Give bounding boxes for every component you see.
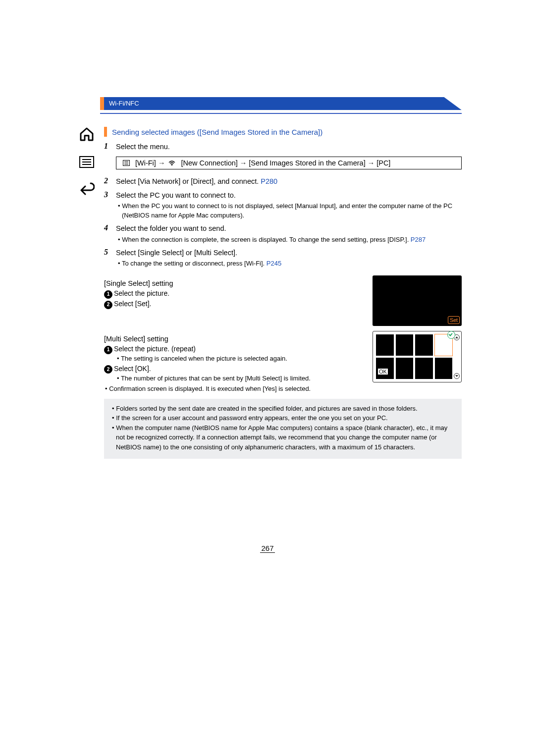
confirmation-note: • Confirmation screen is displayed. It i…	[104, 384, 363, 394]
single-select-heading: [Single Select] setting	[104, 279, 363, 287]
step-text: Select the menu.	[116, 142, 462, 153]
note-item: • If the screen for a user account and p…	[111, 413, 455, 423]
menu-path: [Wi-Fi] → [New Connection] → [Send Image…	[116, 157, 462, 169]
step-number: 1	[104, 142, 116, 151]
single-select-list: 1 Select the picture. 2 Select [Set].	[104, 288, 363, 309]
step-number: 3	[104, 190, 116, 199]
ok-button-label: OK	[378, 369, 388, 375]
multi-select-heading: [Multi Select] setting	[104, 335, 363, 343]
section-title-row: Sending selected images ([Send Images St…	[104, 127, 462, 137]
circled-number-icon: 2	[104, 301, 112, 309]
notes-box: • Folders sorted by the sent date are cr…	[104, 399, 462, 459]
circled-number-icon: 2	[104, 365, 112, 374]
page-number: 267	[0, 544, 535, 553]
page-link[interactable]: P287	[411, 236, 426, 243]
step-number: 4	[104, 223, 116, 232]
thumbnail	[415, 334, 433, 356]
thumbnail	[396, 334, 414, 356]
multi-select-list: 1 Select the picture. (repeat) • The set…	[104, 344, 363, 383]
circled-number-icon: 1	[104, 346, 112, 354]
section-title: Sending selected images ([Send Images St…	[112, 128, 322, 136]
scroll-down-icon	[454, 373, 460, 379]
accent-bar	[104, 127, 107, 137]
step-sub: • When the PC you want to connect to is …	[116, 202, 462, 220]
step-text: Select the folder you want to send.	[116, 223, 462, 234]
note-item: • When the computer name (NetBIOS name f…	[111, 423, 455, 452]
thumbnail	[435, 358, 453, 379]
section-header: Wi-Fi/NFC	[104, 97, 462, 110]
breadcrumb: Wi-Fi/NFC	[104, 97, 462, 110]
sidebar-nav	[77, 126, 97, 196]
step-number: 2	[104, 176, 116, 185]
page-link[interactable]: P280	[261, 177, 277, 185]
step-text: Select [Single Select] or [Multi Select]…	[116, 248, 462, 259]
back-icon[interactable]	[79, 182, 95, 196]
check-icon	[447, 331, 455, 339]
thumbnail	[376, 334, 394, 356]
multi-select-screen: OK	[373, 331, 462, 382]
step-number: 5	[104, 248, 116, 257]
note-item: • Folders sorted by the sent date are cr…	[111, 404, 455, 414]
page-link[interactable]: P245	[267, 260, 281, 267]
thumbnail-selected	[435, 334, 453, 356]
step-sub: • To change the setting or disconnect, p…	[116, 259, 462, 269]
step-text: Select [Via Network] or [Direct], and co…	[116, 176, 462, 187]
circled-number-icon: 1	[104, 290, 112, 299]
step-sub: • When the connection is complete, the s…	[116, 235, 462, 245]
menu-icon[interactable]	[79, 156, 94, 168]
menu-small-icon	[122, 159, 130, 167]
thumbnail	[415, 358, 433, 379]
wifi-small-icon	[168, 159, 176, 167]
thumbnail	[396, 358, 414, 379]
divider	[100, 113, 462, 114]
single-select-screen: Set	[373, 275, 462, 326]
step-text: Select the PC you want to connect to.	[116, 190, 462, 201]
set-button-label: Set	[448, 316, 460, 324]
home-icon[interactable]	[79, 126, 95, 142]
svg-point-8	[171, 164, 172, 165]
steps-list: 1 Select the menu. [Wi-Fi] → [New Connec…	[104, 142, 462, 269]
